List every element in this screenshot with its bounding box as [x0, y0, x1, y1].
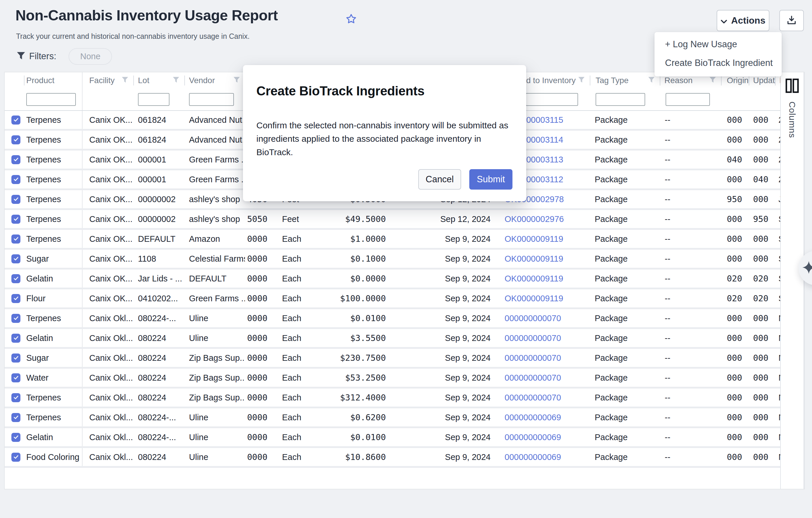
cell-lot: 080224	[133, 388, 184, 407]
row-checkbox[interactable]	[11, 254, 21, 263]
cell-vendor: Uline	[184, 329, 245, 347]
cell-applied[interactable]: OK0000002976	[493, 210, 590, 228]
product-filter-input[interactable]	[26, 93, 76, 106]
applied-filter-icon[interactable]	[578, 76, 585, 85]
applied-filter-input[interactable]	[526, 93, 578, 106]
cell-lot: 000001	[133, 150, 184, 169]
cell-unit: Feet	[270, 210, 320, 228]
cell-applied[interactable]: 000000000070	[493, 329, 590, 347]
row-checkbox[interactable]	[11, 175, 21, 184]
row-checkbox[interactable]	[11, 353, 21, 363]
cell-origin: 000	[721, 111, 749, 129]
tag-type-filter-input[interactable]	[596, 93, 645, 106]
cell-price: $3.5500	[320, 329, 388, 347]
cell-applied[interactable]: 000000000069	[493, 448, 590, 466]
cell-applied[interactable]: OK0000009119	[493, 289, 590, 308]
menu-item-log-new-usage[interactable]: + Log New Usage	[655, 35, 782, 54]
lot-filter-icon[interactable]	[172, 76, 180, 85]
row-checkbox[interactable]	[11, 115, 21, 124]
cell-vendor: Uline	[184, 309, 245, 327]
vendor-filter-icon[interactable]	[233, 76, 240, 85]
cell-facility: Canix OK...	[82, 250, 133, 268]
cell-facility: Canix OK...	[82, 269, 133, 288]
cell-lot: 000001	[133, 170, 184, 189]
page-title: Non-Cannabis Inventory Usage Report	[16, 7, 278, 24]
cell-date: Sep 9, 2024	[388, 428, 493, 446]
cell-applied[interactable]: 000000000070	[493, 369, 590, 387]
cell-qty: 0000	[245, 428, 270, 446]
cell-tag: Package	[590, 269, 660, 288]
row-checkbox[interactable]	[11, 334, 21, 343]
tag-type-filter-icon[interactable]	[648, 76, 655, 85]
row-checkbox[interactable]	[11, 413, 21, 422]
cell-applied[interactable]: OK0000009119	[493, 269, 590, 288]
cell-product: Terpenes	[24, 230, 82, 248]
cell-applied[interactable]: OK0000009119	[493, 250, 590, 268]
cell-updated: 000	[749, 190, 775, 208]
cell-price: $0.0100	[320, 309, 388, 327]
cell-applied[interactable]: OK0000009119	[493, 230, 590, 248]
cell-updated: 000	[749, 349, 775, 367]
columns-panel-tab[interactable]: Columns	[780, 72, 804, 489]
cell-applied[interactable]: 000000000070	[493, 349, 590, 367]
columns-panel-label: Columns	[787, 102, 797, 138]
cell-applied[interactable]: 000000000069	[493, 428, 590, 446]
row-checkbox[interactable]	[11, 195, 21, 204]
cell-applied[interactable]: 000000000070	[493, 388, 590, 407]
row-checkbox[interactable]	[11, 314, 21, 323]
actions-button[interactable]: Actions	[717, 10, 770, 31]
lot-filter-input[interactable]	[138, 93, 170, 106]
submit-button[interactable]: Submit	[469, 169, 513, 190]
menu-item-create-biotrack-ingredient[interactable]: Create BioTrack Ingredient	[655, 54, 782, 72]
favorite-star-icon[interactable]	[346, 14, 356, 25]
cell-date: Sep 9, 2024	[388, 309, 493, 327]
vendor-filter-input[interactable]	[189, 93, 234, 106]
cell-extra: N	[775, 349, 780, 367]
reason-filter-icon[interactable]	[709, 76, 716, 85]
row-checkbox[interactable]	[11, 294, 21, 303]
cell-reason: --	[660, 289, 721, 308]
column-header-lot[interactable]: Lot	[133, 72, 184, 89]
cell-applied[interactable]: 000000000069	[493, 408, 590, 426]
cell-qty: 0000	[245, 230, 270, 248]
cell-qty: 0000	[245, 289, 270, 308]
download-button[interactable]	[779, 10, 804, 31]
row-checkbox[interactable]	[11, 453, 21, 462]
cell-extra: N	[775, 448, 780, 466]
row-checkbox[interactable]	[11, 155, 21, 164]
cell-unit: Each	[270, 408, 320, 426]
cell-tag: Package	[590, 289, 660, 308]
row-checkbox[interactable]	[11, 373, 21, 382]
cell-facility: Canix Okl...	[82, 448, 133, 466]
cell-updated: 000	[749, 250, 775, 268]
cell-updated: 020	[749, 289, 775, 308]
filters-value-pill[interactable]: None	[68, 48, 112, 65]
row-checkbox[interactable]	[11, 274, 21, 283]
cell-tag: Package	[590, 309, 660, 327]
column-header-facility[interactable]: Facility	[82, 72, 133, 89]
cell-product: Gelatin	[24, 428, 82, 446]
cell-vendor: Zip Bags Sup...	[184, 349, 245, 367]
cell-reason: --	[660, 309, 721, 327]
column-header-product[interactable]: Product	[24, 72, 82, 89]
facility-filter-icon[interactable]	[121, 76, 128, 85]
cell-reason: --	[660, 408, 721, 426]
column-header-vendor[interactable]: Vendor	[184, 72, 245, 89]
reason-filter-input[interactable]	[666, 93, 710, 106]
cell-product: Terpenes	[24, 131, 82, 149]
row-checkbox[interactable]	[11, 393, 21, 402]
row-checkbox[interactable]	[11, 135, 21, 144]
cell-tag: Package	[590, 111, 660, 129]
table-row: WaterCanix Okl...080224Zip Bags Sup...00…	[5, 369, 780, 388]
cell-reason: --	[660, 170, 721, 189]
row-checkbox[interactable]	[11, 234, 21, 243]
table-row: TerpenesCanix Okl...080224-...Uline0000E…	[5, 309, 780, 329]
cancel-button[interactable]: Cancel	[418, 169, 461, 190]
column-header-tag-type[interactable]: Tag Type	[590, 72, 660, 89]
table-row: Food ColoringCanix Okl...080224Uline0000…	[5, 448, 780, 468]
cell-origin: 040	[721, 150, 749, 169]
row-checkbox[interactable]	[11, 215, 21, 224]
row-checkbox[interactable]	[11, 433, 21, 442]
cell-applied[interactable]: 000000000070	[493, 309, 590, 327]
table-row: SugarCanix OK...1108Celestial Farms0000E…	[5, 250, 780, 269]
